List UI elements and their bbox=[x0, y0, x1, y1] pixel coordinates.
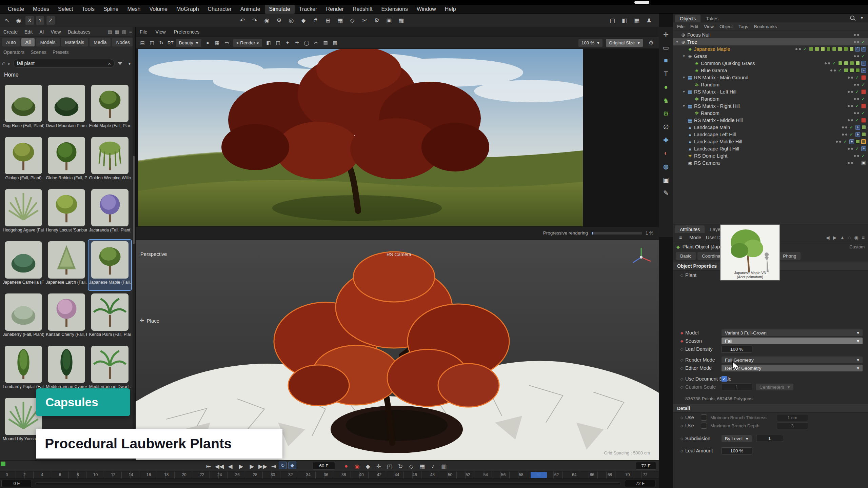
ruler-tick[interactable]: 64 bbox=[572, 472, 576, 477]
field-tag[interactable]: F bbox=[855, 47, 860, 52]
layout-switcher-pill[interactable] bbox=[634, 1, 649, 4]
object-name[interactable]: RS Camera bbox=[694, 160, 720, 166]
menu-item-help[interactable]: Help bbox=[440, 5, 460, 14]
menu-item-render[interactable]: Render bbox=[321, 5, 348, 14]
objects-menu-edit[interactable]: Edit bbox=[690, 24, 698, 29]
play-icon[interactable]: ▶ bbox=[236, 462, 246, 471]
hamburger-icon[interactable]: ≡ bbox=[676, 234, 685, 241]
material-swatch[interactable] bbox=[815, 47, 819, 51]
enable-check-icon[interactable]: ✓ bbox=[861, 54, 866, 59]
layout-single-icon[interactable]: ▢ bbox=[607, 16, 617, 25]
search-icon[interactable]: ◌ bbox=[848, 235, 851, 240]
object-name[interactable]: Blue Grama bbox=[701, 68, 727, 73]
enable-check-icon[interactable]: ✓ bbox=[831, 61, 837, 66]
render-bucket-dropdown[interactable]: < Render > bbox=[233, 39, 263, 47]
leaf-density-field[interactable]: 100 % bbox=[721, 346, 752, 353]
asset-item[interactable]: Jacaranda (Fall, Plant) bbox=[88, 188, 131, 238]
anim-dot-icon[interactable]: ◇ bbox=[678, 385, 685, 389]
snapshot-icon[interactable]: ◫ bbox=[274, 39, 282, 46]
material-swatch[interactable] bbox=[862, 132, 866, 137]
enable-check-icon[interactable]: ✓ bbox=[849, 125, 854, 130]
tab-attributes[interactable]: Attributes bbox=[675, 225, 705, 233]
perspective-viewport[interactable]: Perspective RS Camera ✛ Place Grid Spaci… bbox=[136, 239, 659, 460]
material-swatch[interactable] bbox=[855, 61, 860, 65]
ruler-tick[interactable]: 30 bbox=[271, 472, 275, 477]
grid-view-icon[interactable]: ▦ bbox=[115, 29, 119, 35]
material-swatch[interactable] bbox=[844, 47, 848, 51]
asset-menu-create[interactable]: Create bbox=[3, 29, 18, 35]
asset-item[interactable]: Japanese Larch (Fall, ... bbox=[45, 240, 88, 290]
editor-visibility-dot[interactable] bbox=[854, 41, 856, 43]
anim-dot-icon[interactable]: ◇ bbox=[678, 436, 685, 441]
modes-gear-icon[interactable]: ⚙ bbox=[372, 16, 382, 25]
ruler-tick[interactable]: 54 bbox=[484, 472, 488, 477]
plane-icon[interactable]: ▭ bbox=[661, 42, 671, 53]
save-icon[interactable]: ▤ bbox=[138, 39, 146, 46]
editor-visibility-dot[interactable] bbox=[848, 91, 850, 93]
home-icon[interactable]: ⌂ bbox=[2, 60, 5, 67]
key-parameter-icon[interactable]: ◇ bbox=[406, 462, 416, 471]
list-view-icon[interactable]: ▥ bbox=[122, 29, 126, 35]
panel-icon[interactable]: ▥ bbox=[321, 39, 330, 46]
editor-visibility-dot[interactable] bbox=[848, 105, 850, 107]
compare-ab-icon[interactable]: ◧ bbox=[264, 39, 273, 46]
subdivision-field[interactable]: 1 bbox=[756, 435, 783, 442]
zoom-dropdown[interactable]: 100 %▾ bbox=[578, 39, 603, 47]
redshift-icon[interactable]: ◆ bbox=[298, 16, 309, 25]
frame-icon[interactable]: ▭ bbox=[223, 39, 231, 46]
enable-check-icon[interactable]: ✓ bbox=[854, 118, 860, 123]
object-name[interactable]: Focus Null bbox=[687, 32, 711, 38]
ruler-tick[interactable]: 12 bbox=[111, 472, 115, 477]
menu-item-character[interactable]: Character bbox=[203, 5, 236, 14]
layout-quad-icon[interactable]: ▦ bbox=[632, 16, 642, 25]
field-tag[interactable]: F bbox=[855, 125, 860, 130]
menu-item-animate[interactable]: Animate bbox=[236, 5, 265, 14]
field-tag[interactable]: F bbox=[861, 146, 866, 151]
anim-dot-icon[interactable]: ◇ bbox=[678, 415, 685, 420]
asset-scrollbar[interactable] bbox=[133, 27, 135, 460]
object-row[interactable]: ✲Random✓ bbox=[673, 109, 868, 117]
expander-icon[interactable]: ▾ bbox=[681, 54, 687, 58]
custom-scale-field[interactable]: 1 bbox=[721, 383, 752, 390]
object-name[interactable]: Landscape Main bbox=[694, 125, 730, 130]
ruler-tick[interactable]: 34 bbox=[306, 472, 311, 477]
render-visibility-dot[interactable] bbox=[845, 126, 847, 128]
globe-icon[interactable]: ◍ bbox=[661, 161, 671, 171]
ruler-tick[interactable]: 22 bbox=[200, 472, 204, 477]
editor-visibility-dot[interactable] bbox=[848, 77, 850, 79]
goto-start-icon[interactable]: ⇤ bbox=[203, 462, 214, 471]
render-view-icon[interactable]: ◉ bbox=[262, 16, 272, 25]
editor-visibility-dot[interactable] bbox=[848, 119, 850, 121]
object-row[interactable]: ✲Random✓ bbox=[673, 95, 868, 102]
editor-visibility-dot[interactable] bbox=[848, 162, 850, 164]
circle-select-icon[interactable]: ◯ bbox=[302, 39, 311, 46]
editor-visibility-dot[interactable] bbox=[795, 48, 797, 50]
object-name[interactable]: Random bbox=[701, 96, 719, 102]
menu-item-select[interactable]: Select bbox=[54, 5, 77, 14]
objects-menu-object[interactable]: Object bbox=[719, 24, 733, 29]
asset-category-tab-presets[interactable]: Presets bbox=[53, 49, 68, 55]
enable-check-icon[interactable]: ✓ bbox=[802, 46, 808, 52]
object-name[interactable]: Common Quaking Grass bbox=[701, 61, 755, 66]
key-rotation-icon[interactable]: ↻ bbox=[395, 462, 406, 471]
search-icon[interactable] bbox=[850, 16, 854, 20]
editor-visibility-dot[interactable] bbox=[830, 69, 832, 72]
asset-filter-tab-media[interactable]: Media bbox=[90, 38, 111, 46]
menu-item-redshift[interactable]: Redshift bbox=[348, 5, 377, 14]
axis-button-y[interactable]: Y bbox=[36, 16, 45, 25]
snap-icon[interactable]: # bbox=[311, 16, 321, 25]
interactive-render-icon[interactable]: ◎ bbox=[286, 16, 296, 25]
search-input[interactable]: fall plant × bbox=[13, 59, 115, 68]
menu-item-mograph[interactable]: MoGraph bbox=[172, 5, 203, 14]
material-swatch[interactable] bbox=[850, 68, 854, 73]
range-start-field[interactable]: 0 F bbox=[1, 480, 32, 487]
sound-icon[interactable]: ♪ bbox=[428, 462, 438, 471]
render-visibility-dot[interactable] bbox=[851, 119, 853, 121]
editor-visibility-dot[interactable] bbox=[854, 155, 856, 157]
anim-dot-icon[interactable]: ◇ bbox=[678, 347, 685, 351]
quantize-icon[interactable]: ◇ bbox=[347, 16, 357, 25]
leaf-amount-field[interactable]: 100 % bbox=[721, 447, 752, 454]
asset-item[interactable]: Honey Locust 'Sunbur... bbox=[45, 188, 88, 238]
ruler-tick[interactable]: 32 bbox=[288, 472, 293, 477]
object-row[interactable]: ▾▦RS Matrix - Left Hill✓ bbox=[673, 88, 868, 95]
